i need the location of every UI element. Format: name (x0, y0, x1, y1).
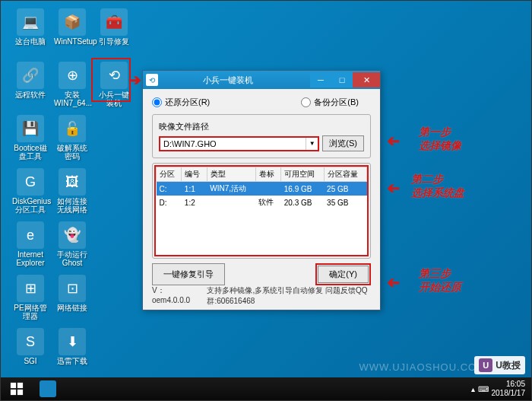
desktop-icon-7[interactable]: 🔓破解系统密码 (54, 115, 90, 161)
desktop-icon-glyph: 💾 (17, 115, 44, 142)
partition-table-section: 分区编号类型卷标可用空间分区容量 C:1:1WIN7,活动16.9 GB25 G… (152, 163, 371, 259)
desktop-icon-glyph: 🔗 (17, 62, 44, 89)
desktop-icon-label: 安装WIN7_64... (54, 91, 90, 107)
start-button[interactable] (1, 377, 33, 400)
table-row[interactable]: C:1:1WIN7,活动16.9 GB25 GB (157, 182, 367, 196)
radio-restore-input[interactable] (152, 97, 162, 107)
desktop-icon-glyph: G (17, 168, 44, 196)
minimize-button[interactable]: ─ (310, 72, 331, 88)
desktop-icon-label: PE网络管理器 (12, 304, 49, 320)
annotation-step3: 第三步 开始还原 (419, 267, 461, 294)
image-path-section: 映像文件路径 ▼ 浏览(S) (152, 114, 371, 158)
table-cell: 20.3 GB (281, 196, 324, 209)
desktop-icon-glyph: 🖼 (59, 168, 86, 196)
desktop-icon-glyph: ⬇ (59, 328, 86, 355)
close-button[interactable]: ✕ (353, 72, 380, 88)
dialog-icon: ⟲ (146, 74, 158, 86)
watermark-icon: U (479, 358, 492, 372)
watermark-badge: U U教授 (474, 356, 525, 374)
system-tray: ▴ ⌨ 16:05 2018/1/17 (471, 380, 532, 398)
taskbar: ▴ ⌨ 16:05 2018/1/17 (1, 377, 531, 400)
selected-icon-highlight (91, 58, 131, 102)
tray-up-arrow-icon[interactable]: ▴ (471, 385, 475, 393)
desktop-icon-11[interactable]: 👻手动运行Ghost (54, 221, 90, 267)
dialog-title: 小兵一键装机 (161, 75, 295, 86)
partition-table[interactable]: 分区编号类型卷标可用空间分区容量 C:1:1WIN7,活动16.9 GB25 G… (156, 167, 367, 209)
table-cell: 软件 (255, 196, 280, 209)
status-support: 支持多种镜像,多系统引导自动修复 问题反馈QQ群:606616468 (207, 285, 371, 307)
ok-button[interactable]: 确定(Y) (318, 266, 369, 283)
desktop-icon-1[interactable]: 📦WinNTSetup (54, 8, 90, 46)
desktop-icon-label: Internet Explorer (12, 250, 49, 267)
desktop-icon-label: 远程软件 (12, 91, 49, 99)
watermark-url: WWW.UJIAOSHOU.COM (359, 361, 486, 373)
desktop-icon-13[interactable]: ⊡网络链接 (54, 275, 90, 312)
svg-rect-0 (11, 383, 16, 388)
arrow-step3: ➔ (387, 273, 400, 291)
desktop-icon-glyph: 📦 (59, 8, 86, 36)
taskbar-app-installer[interactable] (33, 377, 63, 400)
table-header[interactable]: 可用空间 (281, 167, 324, 182)
maximize-button[interactable]: □ (331, 72, 353, 88)
desktop-icon-label: 破解系统密码 (54, 144, 90, 161)
desktop-icon-label: 如何连接无线网络 (54, 197, 90, 214)
repair-boot-button[interactable]: 一键修复引导 (152, 263, 225, 285)
table-header[interactable]: 编号 (182, 167, 207, 182)
table-cell: WIN7,活动 (207, 182, 255, 196)
desktop-icon-0[interactable]: 💻这台电脑 (12, 8, 49, 46)
desktop-icon-glyph: 🧰 (100, 8, 128, 36)
windows-logo-icon (10, 382, 24, 396)
desktop-icon-label: DiskGenius分区工具 (12, 197, 49, 214)
desktop-icon-glyph: 🔓 (59, 115, 86, 142)
desktop-icon-8[interactable]: GDiskGenius分区工具 (12, 168, 49, 214)
table-header[interactable]: 类型 (207, 167, 255, 182)
desktop-icon-label: WinNTSetup (54, 37, 90, 46)
desktop-icon-14[interactable]: SSGI (12, 328, 49, 365)
desktop-icon-12[interactable]: ⊞PE网络管理器 (12, 275, 49, 320)
browse-button[interactable]: 浏览(S) (322, 135, 364, 151)
dialog-title-bar[interactable]: ⟲ 小兵一键装机 ─ □ ✕ (143, 71, 380, 89)
desktop-icon-3[interactable]: 🔗远程软件 (12, 62, 49, 99)
ok-highlight-box: 确定(Y) (315, 263, 371, 285)
status-version: V：oem4.0.0.0 (152, 285, 192, 307)
desktop-icon-9[interactable]: 🖼如何连接无线网络 (54, 168, 90, 214)
desktop-icon-10[interactable]: eInternet Explorer (12, 221, 49, 267)
desktop-icon-label: Bootice磁盘工具 (12, 144, 49, 161)
table-row[interactable]: D:1:2软件20.3 GB35 GB (157, 196, 367, 209)
radio-backup[interactable]: 备份分区(B) (301, 97, 359, 108)
desktop-icon-glyph: 💻 (17, 8, 44, 36)
arrow-step1: ➔ (387, 132, 400, 150)
table-cell: 35 GB (324, 196, 366, 209)
arrow-step2: ➔ (387, 179, 400, 197)
desktop-icon-glyph: e (17, 221, 44, 249)
annotation-step2: 第二步 选择系统盘 (411, 173, 464, 200)
table-cell: D: (157, 196, 182, 209)
desktop-icon-label: 网络链接 (54, 304, 90, 312)
desktop-icon-glyph: S (17, 328, 44, 355)
path-highlight-box: ▼ (159, 136, 319, 151)
table-cell: 1:2 (182, 196, 207, 209)
taskbar-clock[interactable]: 16:05 2018/1/17 (492, 380, 526, 398)
table-header[interactable]: 分区容量 (324, 167, 366, 182)
table-cell (207, 196, 255, 209)
table-header[interactable]: 卷标 (255, 167, 280, 182)
desktop-icon-15[interactable]: ⬇迅雷下载 (54, 328, 90, 365)
radio-backup-input[interactable] (301, 97, 311, 107)
table-cell (255, 182, 280, 196)
install-dialog: ⟲ 小兵一键装机 ─ □ ✕ 还原分区(R) 备份分区(B) 映像文件路径 ▼ (142, 70, 381, 310)
desktop-icon-glyph: ⊡ (59, 275, 86, 302)
desktop-icon-glyph: ⊞ (17, 275, 44, 302)
desktop-icon-2[interactable]: 🧰引导修复 (96, 8, 132, 46)
svg-rect-3 (17, 390, 23, 395)
path-dropdown-arrow[interactable]: ▼ (306, 138, 318, 150)
table-header[interactable]: 分区 (157, 167, 182, 182)
table-cell: 25 GB (324, 182, 366, 196)
desktop-icon-6[interactable]: 💾Bootice磁盘工具 (12, 115, 49, 161)
tray-keyboard-icon[interactable]: ⌨ (478, 385, 489, 393)
dialog-status-bar: V：oem4.0.0.0 支持多种镜像,多系统引导自动修复 问题反馈QQ群:60… (152, 285, 371, 307)
desktop-icon-4[interactable]: ⊕安装WIN7_64... (54, 62, 90, 107)
radio-restore[interactable]: 还原分区(R) (152, 97, 210, 108)
svg-rect-2 (11, 390, 16, 395)
image-path-input[interactable] (160, 138, 306, 150)
table-cell: 16.9 GB (281, 182, 324, 196)
